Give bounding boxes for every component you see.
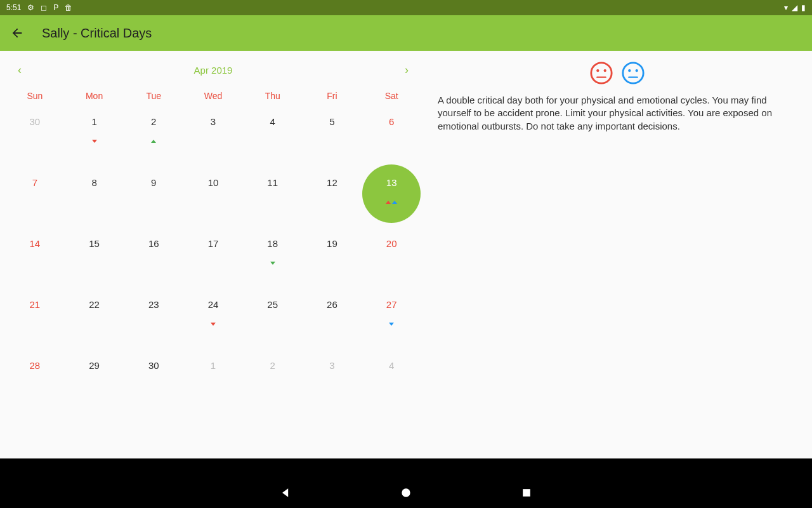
day-number: 9 [151,177,156,188]
detail-text: A double critical day both for your phys… [438,94,797,133]
arrow-left-icon [10,26,24,40]
marker-down-blue-icon [389,323,394,326]
dow-label: Sat [362,87,421,110]
calendar-day[interactable]: 2 [243,354,303,415]
status-notification-icons: ⚙ ◻ P 🗑 [27,3,72,12]
calendar-day[interactable]: 30 [124,354,183,415]
back-button[interactable] [10,26,24,40]
month-label: Apr 2019 [27,65,400,76]
day-number: 2 [270,360,275,371]
calendar-day[interactable]: 8 [65,171,124,232]
calendar-day[interactable]: 30 [5,110,65,171]
calendar-day[interactable]: 29 [65,354,124,415]
month-navigation: ‹ Apr 2019 › [0,56,426,87]
calendar-day[interactable]: 19 [303,232,362,293]
day-markers [389,323,394,326]
calendar-grid: 3012345678910111213141516171819202122232… [0,110,426,415]
calendar-day[interactable]: 2 [124,110,183,171]
neutral-face-red-icon [589,61,613,85]
calendar-day[interactable]: 23 [124,293,183,354]
android-nav-bar [0,478,812,508]
marker-down-green-icon [270,262,275,265]
day-number: 22 [89,299,100,310]
square-icon: ◻ [41,3,47,12]
calendar-day[interactable]: 24 [183,293,243,354]
day-number: 10 [208,177,219,188]
square-recent-icon [520,486,533,499]
svg-rect-9 [523,489,530,497]
chevron-left-icon: ‹ [18,64,22,76]
day-number: 11 [267,177,278,188]
calendar-day[interactable]: 4 [362,354,421,415]
day-number: 3 [329,360,334,371]
day-number: 24 [208,299,219,310]
calendar-day[interactable]: 1 [65,110,124,171]
calendar-day[interactable]: 22 [65,293,124,354]
calendar-day[interactable]: 16 [124,232,183,293]
day-number: 5 [329,116,334,127]
signal-icon: ◢ [792,3,797,12]
day-number: 4 [389,360,394,371]
day-number: 13 [386,177,397,188]
marker-up-green-icon [151,140,156,143]
calendar-day[interactable]: 25 [243,293,303,354]
dow-label: Mon [65,87,124,110]
day-number: 12 [327,177,337,188]
calendar-day[interactable]: 18 [243,232,303,293]
calendar-day[interactable]: 11 [243,171,303,232]
triangle-back-icon [279,486,292,499]
dow-label: Thu [243,87,303,110]
nav-back-button[interactable] [279,486,292,499]
calendar-day[interactable]: 5 [303,110,362,171]
dow-label: Fri [303,87,362,110]
day-number: 15 [89,238,100,249]
wifi-icon: ▾ [784,3,788,12]
calendar-day[interactable]: 13 [362,171,421,232]
calendar-day[interactable]: 20 [362,232,421,293]
calendar-day[interactable]: 9 [124,171,183,232]
calendar-day[interactable]: 7 [5,171,65,232]
calendar-day[interactable]: 3 [303,354,362,415]
nav-recent-button[interactable] [520,486,533,499]
calendar-day[interactable]: 14 [5,232,65,293]
calendar-day[interactable]: 12 [303,171,362,232]
neutral-face-blue-icon [621,61,645,85]
calendar-day[interactable]: 26 [303,293,362,354]
day-markers [386,201,397,204]
day-number: 19 [327,238,337,249]
day-number: 27 [386,299,397,310]
calendar-day[interactable]: 27 [362,293,421,354]
calendar-day[interactable]: 4 [243,110,303,171]
prev-month-button[interactable]: ‹ [13,61,27,79]
marker-down-red-icon [92,140,97,143]
next-month-button[interactable]: › [400,61,414,79]
calendar-day[interactable]: 21 [5,293,65,354]
day-number: 20 [386,238,397,249]
svg-point-2 [604,69,606,72]
dow-label: Tue [124,87,183,110]
calendar-day[interactable]: 15 [65,232,124,293]
day-markers [92,140,97,143]
p-icon: P [53,3,58,12]
android-status-bar: 5:51 ⚙ ◻ P 🗑 ▾ ◢ ▮ [0,0,812,15]
day-number: 30 [148,360,159,371]
day-number: 1 [91,116,96,127]
calendar-day[interactable]: 17 [183,232,243,293]
day-number: 28 [30,360,41,371]
day-number: 25 [267,299,278,310]
calendar-day[interactable]: 3 [183,110,243,171]
nav-home-button[interactable] [400,486,412,499]
day-number: 16 [148,238,159,249]
calendar-day[interactable]: 10 [183,171,243,232]
calendar-day[interactable]: 1 [183,354,243,415]
day-number: 4 [270,116,275,127]
calendar-day[interactable]: 28 [5,354,65,415]
circle-home-icon [400,486,412,499]
calendar-day[interactable]: 6 [362,110,421,171]
marker-up-blue-icon [392,201,397,204]
day-number: 21 [30,299,41,310]
svg-point-4 [623,63,643,83]
svg-point-1 [596,69,599,72]
page-title: Sally - Critical Days [42,26,152,41]
day-number: 29 [89,360,100,371]
